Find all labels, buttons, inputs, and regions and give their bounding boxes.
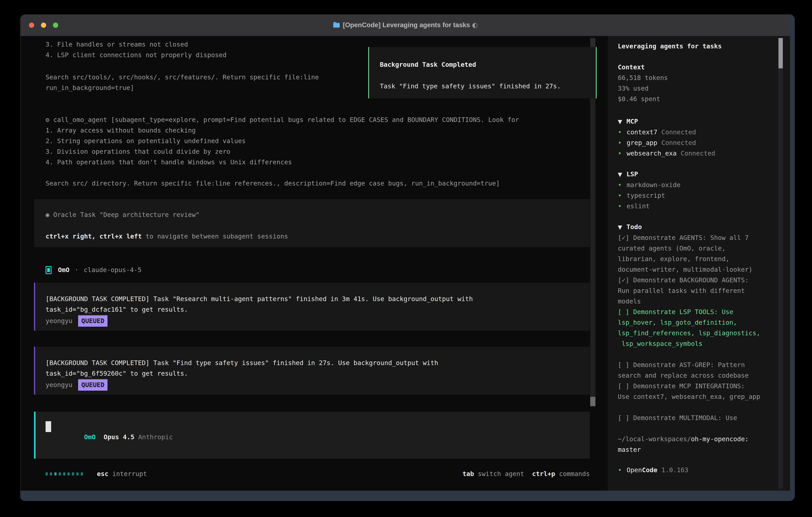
mcp-server-row: •grep_appConnected	[618, 138, 790, 148]
status-dot-icon: •	[618, 190, 627, 201]
lsp-server-name: markdown-oxide	[627, 180, 680, 190]
lsp-server-name: eslint	[627, 201, 650, 212]
chevron-down-icon[interactable]: ▼	[618, 118, 622, 125]
context-spent: $0.46 spent	[618, 94, 790, 104]
agent-header-line: OmO · claude-opus-4-5	[46, 265, 590, 275]
oracle-shortcut: ctrl+x right, ctrl+x left	[46, 233, 142, 240]
ctrlp-key-hint[interactable]: ctrl+p	[532, 470, 555, 478]
session-sidebar: Leveraging agents for tasks Context 66,5…	[608, 36, 790, 491]
context-tokens: 66,518 tokens	[618, 73, 790, 83]
esc-key-label: interrupt	[112, 469, 147, 479]
context-heading: Context	[618, 62, 790, 73]
scrollbar-thumb[interactable]	[778, 38, 783, 69]
task-message-line: [BACKGROUND TASK COMPLETED] Task "Find t…	[46, 358, 590, 368]
status-dot-icon: •	[618, 201, 627, 212]
tool-call-item: 3. Division operations that could divide…	[46, 146, 590, 157]
tool-call-item: 4. Path operations that don't handle Win…	[46, 157, 590, 167]
scrollbar-thumb[interactable]	[590, 397, 596, 406]
background-task-message[interactable]: [BACKGROUND TASK COMPLETED] Task "Resear…	[34, 283, 590, 331]
ctrlp-key-label: commands	[559, 470, 590, 478]
workspace-path: ~/local-workspaces/oh-my-opencode:	[618, 434, 790, 444]
background-task-message[interactable]: [BACKGROUND TASK COMPLETED] Task "Find t…	[34, 347, 590, 394]
tab-key-hint[interactable]: tab	[463, 470, 474, 478]
oracle-icon: ◉	[46, 211, 49, 219]
oracle-task-card[interactable]: ◉ Oracle Task "Deep architecture review"…	[34, 199, 590, 247]
gear-icon: ⚙	[46, 116, 49, 124]
todo-item: [ ] Demonstrate MCP INTEGRATIONS: Use co…	[618, 381, 790, 402]
mcp-server-name: context7	[627, 127, 657, 138]
window-title: [OpenCode] Leveraging agents for tasks◐	[21, 21, 790, 30]
lsp-server-row: •typescript	[618, 190, 790, 201]
input-model-name[interactable]: Opus 4.5	[104, 433, 134, 441]
tool-call-block: ⚙ call_omo_agent [subagent_type=explore,…	[21, 114, 590, 189]
lsp-server-name: typescript	[627, 190, 665, 201]
tool-call-item: 1. Array access without bounds checking	[46, 125, 590, 136]
status-dot-icon: •	[618, 465, 627, 475]
mcp-section-header[interactable]: ▼MCP	[618, 116, 790, 127]
context-used: 33% used	[618, 83, 790, 94]
input-provider-name: Anthropic	[138, 433, 173, 441]
mcp-server-status: Connected	[661, 138, 696, 148]
title-bar: [OpenCode] Leveraging agents for tasks◐	[21, 15, 790, 36]
task-user: yeongyu	[46, 316, 72, 326]
task-message-line: [BACKGROUND TASK COMPLETED] Task "Resear…	[46, 294, 590, 304]
todo-item: [✓] Demonstrate BACKGROUND AGENTS: Run p…	[618, 275, 790, 307]
status-dot-icon: •	[618, 180, 627, 190]
status-bar: esc interrupt tab switch agentctrl+p com…	[46, 469, 590, 479]
status-dot-icon: •	[618, 138, 627, 148]
agent-name: OmO	[58, 265, 69, 275]
chevron-down-icon[interactable]: ▼	[618, 224, 622, 230]
oracle-hint-text: to navigate between subagent sessions	[142, 233, 288, 240]
chat-main-pane: Background Task Completed Task "Find typ…	[21, 36, 608, 491]
mcp-server-row: •websearch_exaConnected	[618, 148, 790, 159]
sidebar-scrollbar[interactable]	[778, 38, 783, 489]
folder-icon	[333, 22, 340, 30]
git-branch: master	[618, 444, 790, 455]
todo-item: [ ] Demonstrate AST-GREP: Pattern search…	[618, 360, 790, 381]
status-badge: QUEUED	[78, 379, 108, 391]
todo-item: [ ] Demonstrate MULTIMODAL: Use	[618, 413, 790, 423]
status-dot-icon: •	[618, 127, 627, 138]
lsp-server-row: •eslint	[618, 201, 790, 212]
mcp-server-status: Connected	[680, 148, 715, 159]
todo-item: [✓] Demonstrate AGENTS: Show all 7 curat…	[618, 233, 790, 275]
task-user: yeongyu	[46, 380, 72, 390]
oracle-title: Oracle Task "Deep architecture review"	[53, 211, 200, 219]
app-version-row: • OpenCode 1.0.163	[618, 465, 790, 475]
status-badge: QUEUED	[78, 315, 108, 327]
toast-body: Task "Find type safety issues" finished …	[380, 81, 596, 91]
mcp-server-name: grep_app	[627, 138, 657, 148]
background-task-toast: Background Task Completed Task "Find typ…	[368, 47, 597, 98]
tab-key-label: switch agent	[478, 470, 524, 478]
lsp-server-row: •markdown-oxide	[618, 180, 790, 190]
dot-separator: ·	[75, 265, 79, 275]
task-message-line: task_id="bg_dcfac161" to get results.	[46, 304, 590, 315]
todo-item-active: [ ] Demonstrate LSP TOOLS: Use lsp_hover…	[618, 307, 790, 349]
lsp-section-header[interactable]: ▼LSP	[618, 169, 790, 180]
session-title: Leveraging agents for tasks	[618, 41, 790, 52]
esc-key-hint[interactable]: esc	[97, 469, 109, 479]
status-dot-icon: •	[618, 148, 627, 159]
chevron-down-icon[interactable]: ▼	[618, 171, 622, 178]
prompt-input[interactable]: OmOOpus 4.5 Anthropic	[34, 412, 590, 459]
mcp-server-row: •context7Connected	[618, 127, 790, 138]
tool-call-line: call_omo_agent [subagent_type=explore, p…	[53, 116, 519, 124]
agent-avatar-icon	[46, 266, 52, 274]
toast-title: Background Task Completed	[380, 59, 596, 70]
activity-spinner-dots	[46, 472, 83, 475]
app-version-number: 1.0.163	[661, 465, 688, 475]
mcp-server-status: Connected	[661, 127, 696, 138]
agent-model: claude-opus-4-5	[84, 265, 142, 275]
todo-section-header[interactable]: ▼Todo	[618, 222, 790, 233]
session-state-icon: ◐	[472, 21, 478, 29]
tool-call-tail: Search src/ directory. Return specific f…	[46, 178, 590, 189]
task-message-line: task_id="bg_6f59260c" to get results.	[46, 368, 590, 379]
terminal-window: [OpenCode] Leveraging agents for tasks◐ …	[20, 15, 795, 501]
repo-name: oh-my-opencode:	[691, 435, 749, 443]
input-agent-name[interactable]: OmO	[84, 433, 96, 441]
tool-call-item: 2. String operations on potentially unde…	[46, 136, 590, 146]
window-title-text: [OpenCode] Leveraging agents for tasks	[343, 21, 470, 29]
mcp-server-name: websearch_exa	[627, 148, 676, 159]
